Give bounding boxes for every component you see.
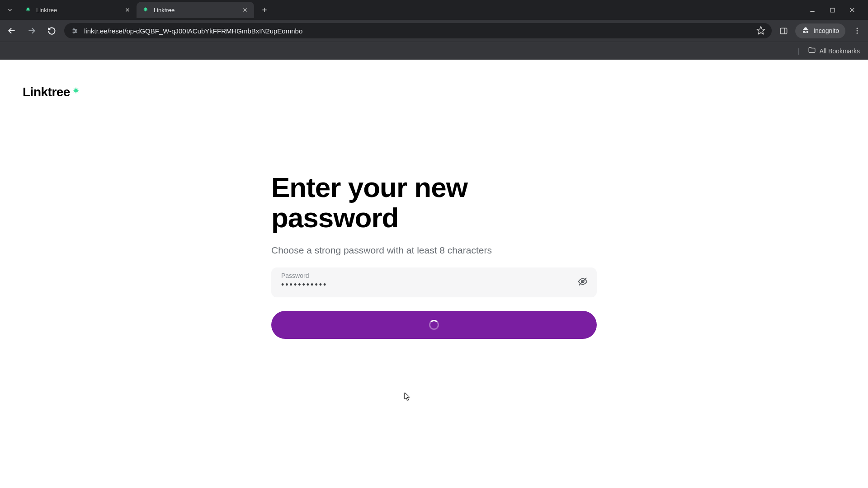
side-panel-icon[interactable] [777,27,790,35]
svg-marker-18 [757,26,765,34]
window-controls [807,4,864,16]
password-label: Password [281,272,571,279]
browser-chrome: Linktree Linktree [0,0,868,60]
nav-back-button[interactable] [5,23,19,38]
password-field-wrapper[interactable]: Password [271,267,597,297]
page-content: Linktree Enter your new password Choose … [0,60,868,488]
tab-bar: Linktree Linktree [0,0,868,20]
tab-close-button[interactable] [124,6,131,14]
browser-tab[interactable]: Linktree [137,2,254,18]
eye-off-icon [578,277,588,288]
incognito-chip[interactable]: Incognito [795,23,845,38]
url-bar[interactable]: linktr.ee/reset/op-dGQBF_W-qJ00IACubYkFF… [64,23,772,38]
browser-tab[interactable]: Linktree [19,2,137,18]
all-bookmarks-label: All Bookmarks [820,47,860,55]
bookmarks-separator: | [798,47,800,55]
tab-title: Linktree [36,7,119,14]
loading-spinner-icon [429,320,439,330]
browser-toolbar: linktr.ee/reset/op-dGQBF_W-qJ00IACubYkFF… [0,20,868,42]
password-input[interactable] [281,280,571,290]
folder-icon [808,46,816,56]
window-close-button[interactable] [846,4,858,16]
svg-point-15 [73,28,74,30]
window-minimize-button[interactable] [807,4,818,16]
incognito-icon [802,26,810,36]
page-heading: Enter your new password [271,173,597,233]
url-text: linktr.ee/reset/op-dGQBF_W-qJ00IACubYkFF… [84,27,751,35]
new-tab-button[interactable] [258,3,271,17]
svg-rect-7 [830,8,835,12]
toggle-password-visibility-button[interactable] [577,277,589,288]
linktree-logo[interactable]: Linktree [23,85,81,99]
svg-rect-19 [780,28,787,34]
nav-forward-button[interactable] [24,23,39,38]
submit-button[interactable] [271,311,597,339]
reset-password-form: Enter your new password Choose a strong … [271,173,597,339]
site-settings-icon[interactable] [71,27,79,35]
svg-point-21 [857,28,858,29]
linktree-asterisk-icon [71,86,81,99]
window-maximize-button[interactable] [826,4,838,16]
tab-title: Linktree [154,7,237,14]
tab-close-button[interactable] [241,6,249,14]
page-subtext: Choose a strong password with at least 8… [271,245,597,256]
tab-search-dropdown[interactable] [4,4,16,16]
all-bookmarks-button[interactable]: All Bookmarks [808,46,860,56]
incognito-label: Incognito [813,27,839,34]
mouse-cursor-icon [404,392,410,401]
svg-point-16 [75,30,76,32]
nav-reload-button[interactable] [44,23,59,38]
linktree-favicon-icon [142,6,149,14]
browser-menu-button[interactable] [851,27,863,35]
bookmarks-bar: | All Bookmarks [0,42,868,60]
logo-text: Linktree [23,85,70,99]
linktree-favicon-icon [24,6,32,14]
bookmark-star-icon[interactable] [756,26,765,36]
svg-point-22 [857,30,858,32]
svg-point-17 [73,32,74,33]
url-bar-actions [756,26,765,36]
svg-point-23 [857,33,858,34]
